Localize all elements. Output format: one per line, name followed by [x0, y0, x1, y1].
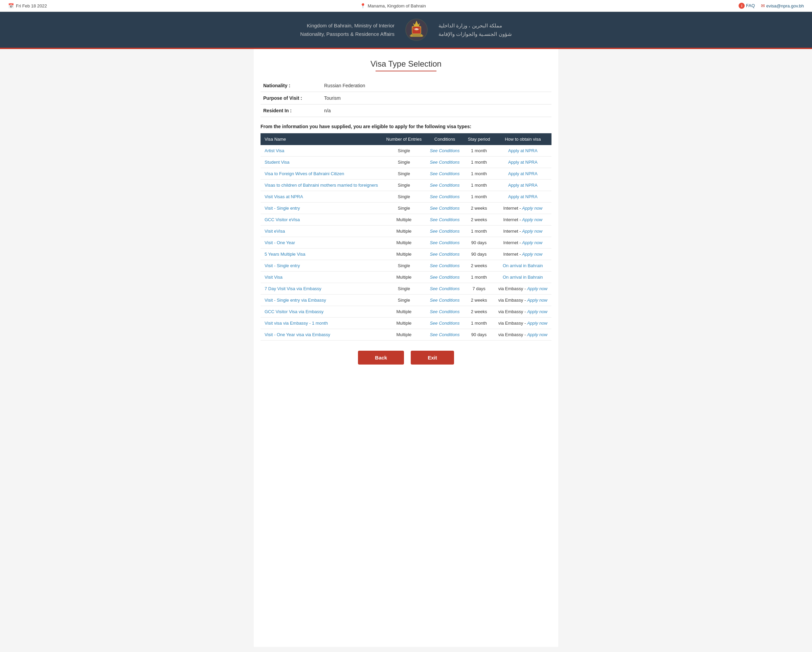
see-conditions-link[interactable]: See Conditions [430, 240, 459, 245]
how-cell: Internet - Apply now [494, 203, 551, 214]
see-conditions-link[interactable]: See Conditions [430, 332, 459, 337]
entries-cell: Single [382, 157, 426, 168]
back-button[interactable]: Back [358, 351, 404, 364]
col-entries: Number of Entries [382, 133, 426, 145]
page-title: Visa Type Selection [261, 59, 551, 69]
table-row: 5 Years Multiple VisaMultipleSee Conditi… [261, 248, 551, 260]
apply-embassy-link[interactable]: Apply now [527, 321, 548, 326]
visa-name-link[interactable]: Visit - Single entry via Embassy [264, 298, 326, 303]
see-conditions-link[interactable]: See Conditions [430, 171, 459, 176]
apply-embassy-link[interactable]: Apply now [527, 309, 548, 314]
how-cell: Internet - Apply now [494, 237, 551, 248]
conditions-cell: See Conditions [426, 294, 464, 306]
faq-link[interactable]: i FAQ [739, 3, 755, 9]
table-row: Visit - One Year visa via EmbassyMultipl… [261, 329, 551, 341]
location-text: Manama, Kingdom of Bahrain [368, 3, 426, 8]
visa-name-link[interactable]: 7 Day Visit Visa via Embassy [264, 286, 321, 291]
apply-npra-link[interactable]: Apply at NPRA [508, 171, 537, 176]
table-header-row: Visa Name Number of Entries Conditions S… [261, 133, 551, 145]
apply-embassy-link[interactable]: Apply now [527, 286, 548, 291]
see-conditions-link[interactable]: See Conditions [430, 206, 459, 211]
visa-name-cell: GCC Visitor Visa via Embassy [261, 306, 382, 318]
see-conditions-link[interactable]: See Conditions [430, 286, 459, 291]
conditions-cell: See Conditions [426, 203, 464, 214]
conditions-cell: See Conditions [426, 157, 464, 168]
see-conditions-link[interactable]: See Conditions [430, 263, 459, 268]
stay-cell: 1 month [464, 318, 494, 329]
visa-name-link[interactable]: Visas to children of Bahraini mothers ma… [264, 183, 378, 188]
visa-name-link[interactable]: GCC Visitor Visa via Embassy [264, 309, 324, 314]
apply-npra-link[interactable]: Apply at NPRA [508, 194, 537, 199]
visa-name-cell: Artist Visa [261, 145, 382, 157]
visa-name-link[interactable]: Artist Visa [264, 148, 284, 153]
visa-name-link[interactable]: Visit - Single entry [264, 206, 300, 211]
table-row: Visit - Single entrySingleSee Conditions… [261, 260, 551, 271]
entries-cell: Single [382, 203, 426, 214]
apply-internet-link[interactable]: Apply now [522, 229, 542, 234]
apply-arrival-link[interactable]: On arrival in Bahrain [503, 274, 543, 280]
apply-arrival-link[interactable]: On arrival in Bahrain [503, 263, 543, 268]
date-text: Fri Feb 18 2022 [16, 3, 47, 8]
how-cell: Internet - Apply now [494, 214, 551, 225]
table-row: GCC Visitor eVisaMultipleSee Conditions2… [261, 214, 551, 225]
entries-cell: Single [382, 294, 426, 306]
conditions-cell: See Conditions [426, 248, 464, 260]
apply-npra-link[interactable]: Apply at NPRA [508, 160, 537, 165]
table-row: Visit visa via Embassy - 1 monthMultiple… [261, 318, 551, 329]
pin-icon: 📍 [360, 3, 366, 8]
see-conditions-link[interactable]: See Conditions [430, 194, 459, 199]
entries-cell: Multiple [382, 271, 426, 283]
visa-name-cell: 7 Day Visit Visa via Embassy [261, 283, 382, 294]
see-conditions-link[interactable]: See Conditions [430, 274, 459, 280]
col-visa-name: Visa Name [261, 133, 382, 145]
visa-name-cell: Visas to children of Bahraini mothers ma… [261, 180, 382, 191]
date-section: 📅 Fri Feb 18 2022 [8, 3, 47, 8]
header-arabic: مملكة البحرين ، وزارة الداخلية شؤون الجن… [438, 21, 512, 38]
apply-internet-link[interactable]: Apply now [522, 206, 542, 211]
visa-name-cell: Visit - Single entry [261, 260, 382, 271]
stay-cell: 2 weeks [464, 203, 494, 214]
table-row: Visit - One YearMultipleSee Conditions90… [261, 237, 551, 248]
apply-embassy-link[interactable]: Apply now [527, 298, 548, 303]
see-conditions-link[interactable]: See Conditions [430, 148, 459, 153]
see-conditions-link[interactable]: See Conditions [430, 298, 459, 303]
apply-embassy-link[interactable]: Apply now [527, 332, 548, 337]
see-conditions-link[interactable]: See Conditions [430, 160, 459, 165]
see-conditions-link[interactable]: See Conditions [430, 183, 459, 188]
see-conditions-link[interactable]: See Conditions [430, 251, 459, 257]
see-conditions-link[interactable]: See Conditions [430, 229, 459, 234]
apply-internet-link[interactable]: Apply now [522, 251, 542, 257]
visa-name-link[interactable]: Student Visa [264, 160, 289, 165]
conditions-cell: See Conditions [426, 180, 464, 191]
see-conditions-link[interactable]: See Conditions [430, 321, 459, 326]
see-conditions-link[interactable]: See Conditions [430, 217, 459, 222]
visa-name-link[interactable]: 5 Years Multiple Visa [264, 251, 305, 257]
conditions-cell: See Conditions [426, 225, 464, 237]
how-cell: Apply at NPRA [494, 168, 551, 180]
visa-name-link[interactable]: GCC Visitor eVisa [264, 217, 300, 222]
conditions-cell: See Conditions [426, 306, 464, 318]
visa-name-link[interactable]: Visit - Single entry [264, 263, 300, 268]
apply-internet-link[interactable]: Apply now [522, 240, 542, 245]
email-link[interactable]: ✉ evisa@npra.gov.bh [761, 3, 804, 8]
apply-npra-link[interactable]: Apply at NPRA [508, 183, 537, 188]
visa-name-link[interactable]: Visit Visas at NPRA [264, 194, 303, 199]
entries-cell: Multiple [382, 306, 426, 318]
visa-name-link[interactable]: Visa to Foreign Wives of Bahraini Citize… [264, 171, 344, 176]
visa-name-link[interactable]: Visit visa via Embassy - 1 month [264, 321, 328, 326]
visa-name-link[interactable]: Visit eVisa [264, 229, 285, 234]
how-cell: via Embassy - Apply now [494, 329, 551, 341]
stay-cell: 1 month [464, 145, 494, 157]
how-cell: via Embassy - Apply now [494, 294, 551, 306]
exit-button[interactable]: Exit [411, 351, 454, 364]
apply-internet-link[interactable]: Apply now [522, 217, 542, 222]
visa-name-link[interactable]: Visit - One Year visa via Embassy [264, 332, 330, 337]
see-conditions-link[interactable]: See Conditions [430, 309, 459, 314]
apply-npra-link[interactable]: Apply at NPRA [508, 148, 537, 153]
entries-cell: Multiple [382, 214, 426, 225]
visa-name-cell: Visit visa via Embassy - 1 month [261, 318, 382, 329]
visa-name-link[interactable]: Visit - One Year [264, 240, 295, 245]
entries-cell: Multiple [382, 329, 426, 341]
visa-name-link[interactable]: Visit Visa [264, 274, 282, 280]
location-section: 📍 Manama, Kingdom of Bahrain [360, 3, 426, 8]
